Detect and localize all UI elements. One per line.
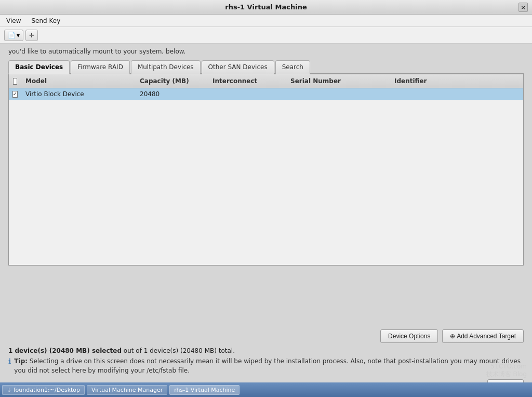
row-interconnect [208,93,286,95]
th-serial: Serial Number [286,76,390,86]
window-title: rhs-1 Virtual Machine [225,3,307,11]
th-model: Model [21,76,136,86]
menu-bar: View Send Key [0,15,532,27]
th-capacity: Capacity (MB) [136,76,208,86]
watermark-line1: 51CTO.com [486,363,527,370]
taskbar-item-vmm[interactable]: Virtual Machine Manager [87,385,167,395]
toolbar-btn-1[interactable]: 📄 ▾ [4,30,23,41]
taskbar-item-vm[interactable]: rhs-1 Virtual Machine [169,385,240,395]
title-bar: rhs-1 Virtual Machine × [0,0,532,15]
taskbar-item-desktop[interactable]: ↓ foundation1:~/Desktop [2,385,85,395]
dropdown-arrow: ▾ [17,32,20,39]
close-button[interactable]: × [518,3,528,12]
status-total: out of 1 device(s) (20480 MB) total. [122,347,235,354]
tab-list: Basic Devices Firmware RAID Multipath De… [8,59,524,74]
toolbar-btn-2[interactable]: ✛ [25,30,38,41]
row-checkbox-cell [9,90,21,99]
main-content: you'd like to automatically mount to you… [0,44,532,325]
status-text: 1 device(s) (20480 MB) selected out of 1… [8,347,524,354]
table-row[interactable]: Virtio Block Device 20480 [9,88,523,100]
th-identifier: Identifier [390,76,523,86]
row-identifier [390,93,523,95]
toolbar: 📄 ▾ ✛ [0,27,532,44]
intro-text: you'd like to automatically mount to you… [8,48,524,55]
row-serial [286,93,390,95]
menu-view[interactable]: View [4,16,23,25]
menu-send-key[interactable]: Send Key [29,16,62,25]
tab-other-san-devices[interactable]: Other SAN Devices [202,60,274,74]
tab-firmware-raid[interactable]: Firmware RAID [71,60,130,74]
tab-multipath-devices[interactable]: Multipath Devices [131,60,201,74]
move-icon: ✛ [29,32,34,39]
tab-search[interactable]: Search [275,60,310,74]
tip-text: Tip: Selecting a drive on this screen do… [14,356,524,375]
device-options-button[interactable]: Device Options [380,329,438,343]
bottom-buttons: Device Options ⊕ Add Advanced Target [8,329,524,343]
table-body: Virtio Block Device 20480 [9,88,523,265]
th-checkbox [9,76,21,86]
header-checkbox[interactable] [13,78,17,85]
row-capacity: 20480 [136,89,208,99]
tip-section: ℹ Tip: Selecting a drive on this screen … [8,356,524,375]
vm-window: rhs-1 Virtual Machine × View Send Key 📄 … [0,0,532,397]
document-icon: 📄 [8,32,16,39]
taskbar: ↓ foundation1:~/Desktop Virtual Machine … [0,382,532,397]
table-header: Model Capacity (MB) Interconnect Serial … [9,74,523,88]
row-model: Virtio Block Device [21,89,136,99]
th-interconnect: Interconnect [208,76,286,86]
row-checkbox[interactable] [12,91,18,98]
device-table: Model Capacity (MB) Interconnect Serial … [8,74,524,266]
watermark-line2: 技术博客 Blog [486,370,527,379]
watermark: 51CTO.com 技术博客 Blog [486,363,527,379]
status-selected: 1 device(s) (20480 MB) selected [8,347,122,354]
add-advanced-target-button[interactable]: ⊕ Add Advanced Target [442,329,524,343]
tip-content: Selecting a drive on this screen does no… [14,358,521,374]
tab-basic-devices[interactable]: Basic Devices [8,60,70,74]
tip-icon: ℹ [8,357,11,365]
tip-label: Tip: [14,358,28,365]
